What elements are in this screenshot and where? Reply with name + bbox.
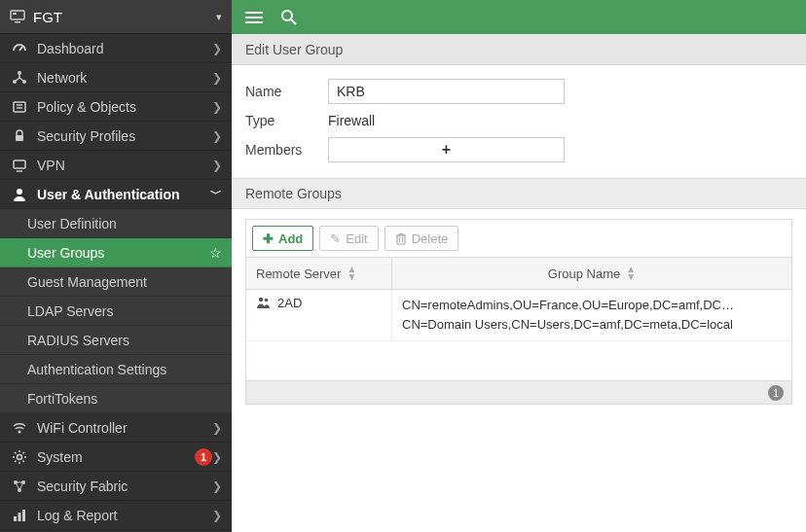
chevron-right-icon: ❯ [212,509,222,522]
nav-network[interactable]: Network ❯ [0,63,232,92]
group-dn: CN=Domain Users,CN=Users,DC=amf,DC=meta,… [402,315,782,335]
svg-point-15 [18,454,22,459]
svg-rect-20 [18,513,21,521]
members-label: Members [245,142,328,158]
svg-rect-1 [13,13,17,15]
svg-rect-0 [11,11,24,19]
menu-icon[interactable] [243,7,265,28]
nav-label: Security Fabric [37,479,212,494]
delete-button[interactable]: Delete [385,226,459,251]
plus-icon: + [442,141,451,159]
network-icon [10,70,29,86]
remote-groups-panel: ✚Add ✎Edit Delete Remote Server▲▼ Group … [245,219,792,405]
chevron-right-icon: ❯ [212,100,222,114]
sub-ldap-servers[interactable]: LDAP Servers [0,297,232,326]
svg-line-3 [19,47,22,51]
chevron-right-icon: ❯ [212,450,222,464]
plus-icon: ✚ [263,231,274,246]
nav-label: Security Profiles [37,128,212,144]
nav-label: Network [37,70,212,86]
th-group-name[interactable]: Group Name▲▼ [392,258,791,289]
svg-rect-27 [397,235,405,244]
chevron-right-icon: ❯ [212,42,222,55]
policy-icon [10,99,29,115]
nav-vpn[interactable]: VPN ❯ [0,151,232,180]
sub-auth-settings[interactable]: Authentication Settings [0,355,232,384]
svg-rect-10 [16,135,23,141]
monitor-icon [10,158,29,173]
th-remote-server[interactable]: Remote Server▲▼ [246,258,392,289]
chevron-right-icon: ❯ [212,129,222,143]
trash-icon [395,232,407,245]
nav-label: Log & Report [37,508,212,523]
gauge-icon [10,41,29,56]
edit-button[interactable]: ✎Edit [319,226,378,251]
svg-point-25 [282,11,292,20]
type-value: Firewall [328,113,375,128]
nav-wifi[interactable]: WiFi Controller ❯ [0,413,232,443]
table-footer: 1 [246,380,791,404]
svg-point-13 [17,189,22,195]
nav-label: VPN [37,158,212,173]
svg-point-33 [265,299,269,302]
nav-user-auth[interactable]: User & Authentication ﹀ [0,180,232,209]
svg-rect-19 [14,516,17,521]
sub-fortitokens[interactable]: FortiTokens [0,384,232,413]
sub-user-definition[interactable]: User Definition [0,209,232,238]
svg-point-14 [18,430,21,433]
chevron-right-icon: ❯ [212,479,222,493]
svg-line-26 [291,19,296,24]
nav-label: Dashboard [37,41,212,56]
brand-label: FGT [33,9,216,25]
caret-down-icon: ▾ [216,11,222,23]
svg-rect-21 [22,510,25,521]
nav-dashboard[interactable]: Dashboard ❯ [0,34,232,63]
nav-policy[interactable]: Policy & Objects ❯ [0,92,232,122]
search-icon[interactable] [278,7,300,28]
members-input[interactable]: + [328,137,565,162]
cell-server: 2AD [246,290,392,340]
name-input[interactable] [328,79,565,104]
nav-label: User & Authentication [37,187,210,202]
alert-badge: 1 [195,448,212,466]
cell-groups: CN=remoteAdmins,OU=France,OU=Europe,DC=a… [392,290,791,340]
server-group-icon [256,296,272,309]
lock-icon [10,128,29,144]
nav-security-profiles[interactable]: Security Profiles ❯ [0,122,232,151]
add-button[interactable]: ✚Add [252,226,313,251]
server-name: 2AD [277,296,302,310]
user-icon [10,187,29,202]
page-title: Edit User Group [232,34,806,65]
sidebar-header[interactable]: FGT ▾ [0,0,232,34]
nav-log-report[interactable]: Log & Report ❯ [0,501,232,530]
fabric-icon [10,479,29,494]
wifi-icon [10,420,29,436]
table-spacer [246,341,791,380]
sort-icon: ▲▼ [347,266,356,281]
sub-user-groups[interactable]: User Groups☆ [0,238,232,267]
nav-security-fabric[interactable]: Security Fabric ❯ [0,472,232,501]
svg-rect-7 [14,102,25,112]
table-row[interactable]: 2AD CN=remoteAdmins,OU=France,OU=Europe,… [246,290,791,341]
svg-rect-11 [14,160,25,168]
svg-point-4 [18,71,21,75]
type-label: Type [245,113,328,128]
sort-icon: ▲▼ [626,266,636,281]
chevron-right-icon: ❯ [212,71,222,85]
row-count: 1 [768,385,784,401]
sub-radius-servers[interactable]: RADIUS Servers [0,326,232,355]
chevron-down-icon: ﹀ [210,186,222,202]
nav-label: System [37,449,189,465]
sidebar: FGT ▾ Dashboard ❯ Network ❯ Policy & Obj… [0,0,232,532]
table-head: Remote Server▲▼ Group Name▲▼ [246,258,791,290]
svg-point-32 [259,298,263,301]
nav-label: WiFi Controller [37,420,212,436]
gear-icon [10,449,29,465]
nav-label: Policy & Objects [37,99,212,115]
nav-system[interactable]: System 1 ❯ [0,443,232,472]
toolbar: ✚Add ✎Edit Delete [246,220,791,258]
sub-guest-management[interactable]: Guest Management [0,267,232,297]
device-icon [10,10,25,23]
form: Name Type Firewall Members + [232,65,806,164]
chart-icon [10,508,29,523]
